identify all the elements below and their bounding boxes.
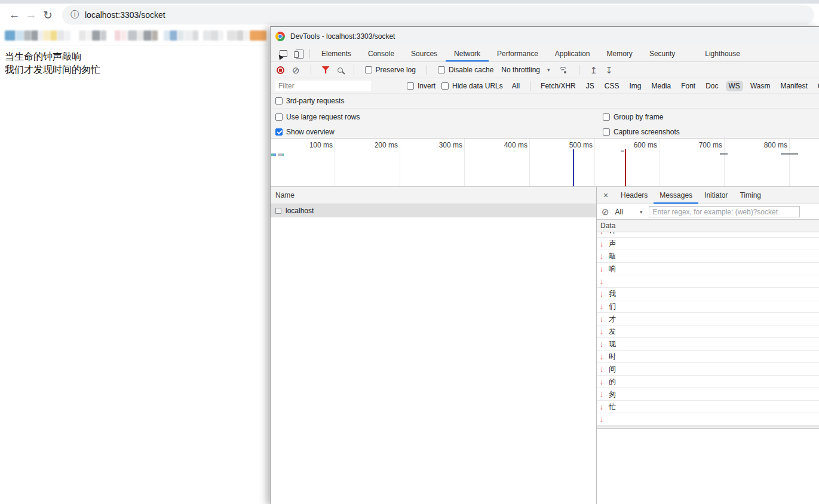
disable-cache-checkbox[interactable]: Disable cache — [438, 66, 493, 74]
address-bar[interactable]: ⓘ localhost:3303/socket — [62, 5, 814, 24]
clear-network-log-button[interactable]: ⊘ — [292, 66, 300, 75]
bookmark-item[interactable] — [43, 30, 50, 41]
tab-sources[interactable]: Sources — [403, 45, 446, 62]
type-filter-img[interactable]: Img — [626, 81, 644, 91]
bookmark-item[interactable] — [164, 30, 170, 41]
bookmark-item[interactable] — [177, 30, 184, 41]
bookmark-item[interactable] — [121, 30, 127, 41]
bookmark-item[interactable] — [115, 30, 121, 41]
bookmark-item[interactable] — [38, 30, 43, 41]
tab-performance[interactable]: Performance — [489, 45, 547, 62]
tab-messages[interactable]: Messages — [654, 187, 698, 204]
bookmark-item[interactable] — [250, 30, 266, 41]
bookmark-item[interactable] — [50, 30, 57, 41]
message-row[interactable]: ↓间 — [597, 363, 819, 376]
bookmark-item[interactable] — [65, 30, 70, 41]
type-filter-fetch-xhr[interactable]: Fetch/XHR — [538, 81, 579, 91]
use-large-request-rows-checkbox[interactable]: Use large request rows — [275, 113, 360, 121]
tab-timing[interactable]: Timing — [734, 187, 767, 204]
network-overview-timeline[interactable]: 100 ms 200 ms 300 ms 400 ms 500 ms 600 m… — [271, 139, 819, 187]
device-toolbar-button[interactable] — [291, 45, 306, 62]
bookmark-item[interactable] — [16, 30, 24, 41]
bookmark-item[interactable] — [237, 30, 244, 41]
bookmark-item[interactable] — [143, 30, 152, 41]
tab-initiator[interactable]: Initiator — [698, 187, 734, 204]
message-row[interactable]: ↓忙 — [597, 401, 819, 413]
tab-lighthouse[interactable]: Lighthouse — [697, 45, 749, 62]
record-network-log-button[interactable] — [277, 66, 284, 74]
message-row[interactable]: ↓才 — [597, 313, 819, 325]
bookmark-item[interactable] — [203, 30, 210, 41]
data-column-header[interactable]: Data — [597, 220, 819, 232]
close-panel-button[interactable]: × — [597, 187, 615, 204]
type-filter-other[interactable]: Other — [815, 81, 819, 91]
message-row[interactable]: ↓的 — [597, 376, 819, 388]
invert-checkbox[interactable]: Invert — [407, 82, 435, 90]
bookmark-item[interactable] — [137, 30, 143, 41]
message-row[interactable]: ↓声 — [597, 238, 819, 250]
export-har-button[interactable]: ↧ — [605, 66, 613, 75]
type-filter-font[interactable]: Font — [678, 81, 698, 91]
bookmark-item[interactable] — [192, 30, 198, 41]
bookmark-item[interactable] — [244, 30, 249, 41]
back-button[interactable]: ← — [6, 7, 23, 23]
message-row[interactable]: ↓我 — [597, 288, 819, 300]
tab-security[interactable]: Security — [641, 45, 683, 62]
message-row[interactable]: ↓ — [597, 275, 819, 288]
tab-console[interactable]: Console — [360, 45, 403, 62]
message-row[interactable]: ↓发 — [597, 325, 819, 338]
tab-headers[interactable]: Headers — [615, 187, 654, 204]
message-row[interactable]: ↓们 — [597, 300, 819, 313]
type-filter-media[interactable]: Media — [648, 81, 674, 91]
message-row[interactable]: ↓响 — [597, 263, 819, 275]
type-filter-manifest[interactable]: Manifest — [777, 81, 810, 91]
type-filter-wasm[interactable]: Wasm — [747, 81, 774, 91]
network-conditions-button[interactable] — [558, 66, 568, 73]
bookmark-item[interactable] — [227, 30, 237, 41]
search-button[interactable] — [338, 67, 343, 73]
bookmark-item[interactable] — [31, 30, 38, 41]
message-type-dropdown[interactable]: All ▾ — [615, 208, 643, 216]
throttling-dropdown[interactable]: No throttling ▾ — [501, 66, 550, 74]
bookmark-item[interactable] — [128, 30, 137, 41]
bookmark-item[interactable] — [79, 30, 86, 41]
message-row[interactable]: ↓钟 — [597, 232, 819, 238]
preserve-log-checkbox[interactable]: Preserve log — [365, 66, 416, 74]
filter-input[interactable] — [275, 81, 371, 91]
inspect-element-button[interactable] — [275, 45, 291, 62]
bookmark-item[interactable] — [210, 30, 219, 41]
message-row[interactable]: ↓ — [597, 413, 819, 426]
bookmark-item[interactable] — [100, 30, 106, 41]
type-filter-css[interactable]: CSS — [602, 81, 622, 91]
forward-button[interactable]: → — [23, 7, 39, 23]
import-har-button[interactable]: ↥ — [590, 66, 598, 75]
message-row[interactable]: ↓现 — [597, 338, 819, 351]
group-by-frame-checkbox[interactable]: Group by frame — [603, 113, 663, 121]
type-filter-ws[interactable]: WS — [726, 81, 743, 91]
bookmark-item[interactable] — [219, 30, 223, 41]
filter-toggle-button[interactable] — [322, 66, 330, 73]
hide-data-urls-checkbox[interactable]: Hide data URLs — [441, 82, 503, 90]
table-row-localhost[interactable]: localhost — [271, 204, 596, 217]
bookmark-item[interactable] — [184, 30, 192, 41]
type-filter-js[interactable]: JS — [583, 81, 597, 91]
message-regex-input[interactable] — [649, 206, 800, 217]
bookmark-item[interactable] — [86, 30, 92, 41]
message-row[interactable]: ↓时 — [597, 351, 819, 363]
third-party-requests-checkbox[interactable]: 3rd-party requests — [275, 97, 344, 105]
type-filter-doc[interactable]: Doc — [703, 81, 721, 91]
tab-network[interactable]: Network — [446, 45, 489, 62]
bookmark-item[interactable] — [57, 30, 65, 41]
name-column-header[interactable]: Name — [271, 187, 596, 204]
clear-messages-button[interactable]: ⊘ — [602, 207, 609, 216]
tab-elements[interactable]: Elements — [313, 45, 360, 62]
tab-application[interactable]: Application — [547, 45, 599, 62]
bookmark-item[interactable] — [24, 30, 31, 41]
type-filter-all[interactable]: All — [509, 81, 523, 91]
capture-screenshots-checkbox[interactable]: Capture screenshots — [603, 128, 680, 136]
bookmark-item[interactable] — [92, 30, 100, 41]
message-row[interactable]: ↓匆 — [597, 388, 819, 401]
reload-button[interactable]: ↻ — [39, 7, 56, 23]
bookmark-item[interactable] — [5, 30, 16, 41]
bookmark-item[interactable] — [170, 30, 177, 41]
